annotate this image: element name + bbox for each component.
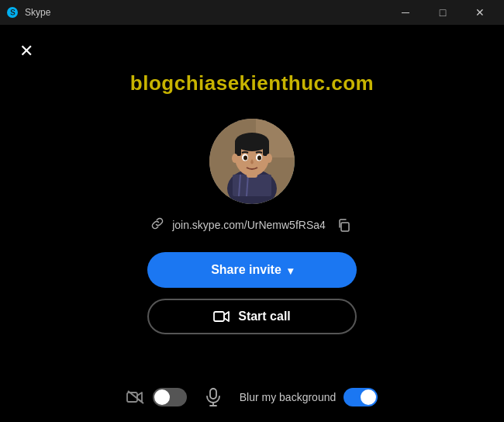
toggle-knob [154, 389, 170, 405]
svg-rect-18 [214, 312, 224, 321]
video-controls-group [126, 388, 187, 406]
window-controls: ─ □ ✕ [388, 0, 498, 25]
video-camera-icon [213, 310, 230, 323]
close-x-button[interactable]: ✕ [12, 37, 40, 65]
website-text: blogchiasekienthuc.com [130, 71, 374, 95]
title-bar: Skype ─ □ ✕ [0, 0, 504, 25]
maximize-button[interactable]: □ [425, 0, 461, 25]
chain-link-icon [150, 216, 164, 230]
minimize-button[interactable]: ─ [388, 0, 423, 25]
blur-toggle[interactable] [343, 388, 378, 406]
window-close-button[interactable]: ✕ [462, 0, 498, 25]
microphone-icon [205, 388, 221, 406]
join-link-row: join.skype.com/UrNemw5fRSa4 [150, 216, 354, 233]
skype-icon [6, 6, 19, 19]
join-link-text: join.skype.com/UrNemw5fRSa4 [172, 219, 326, 231]
link-icon [150, 216, 164, 233]
start-call-label: Start call [238, 310, 291, 323]
video-off-icon [126, 389, 145, 405]
chevron-down-icon: ▾ [288, 265, 293, 277]
copy-link-button[interactable] [333, 216, 354, 233]
svg-point-14 [257, 156, 261, 161]
video-toggle[interactable] [153, 388, 187, 406]
bottom-controls: Blur my background [0, 388, 504, 406]
blur-toggle-knob [361, 389, 376, 405]
mic-icon [205, 388, 221, 406]
avatar [209, 119, 295, 204]
svg-rect-17 [341, 223, 349, 231]
camera-muted-icon [126, 389, 145, 405]
main-content: ✕ blogchiasekienthuc.com [0, 25, 504, 422]
avatar-svg [209, 119, 295, 204]
svg-point-16 [266, 154, 272, 163]
copy-icon [337, 218, 350, 232]
svg-point-15 [232, 154, 238, 163]
start-call-button[interactable]: Start call [147, 299, 357, 334]
title-bar-left: Skype [6, 6, 50, 19]
svg-rect-21 [210, 389, 216, 399]
blur-controls-group: Blur my background [240, 388, 378, 406]
avatar-image [209, 119, 295, 204]
svg-point-13 [243, 156, 247, 161]
blur-label: Blur my background [240, 391, 337, 403]
app-title: Skype [25, 7, 50, 18]
share-invite-button[interactable]: Share invite ▾ [147, 252, 357, 288]
share-invite-label: Share invite [211, 263, 281, 277]
mic-controls-group [205, 388, 221, 406]
